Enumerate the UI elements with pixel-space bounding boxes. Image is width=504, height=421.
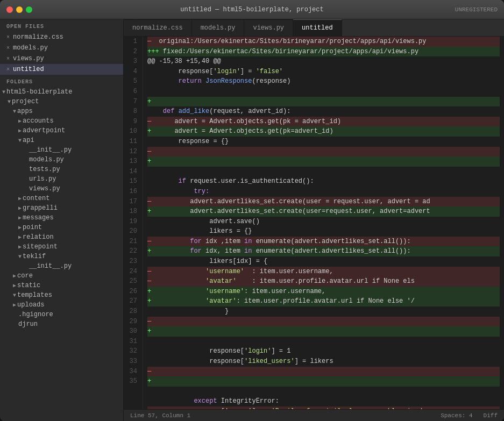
arrow-icon: ▶ — [18, 215, 22, 221]
arrow-icon: ▼ — [18, 254, 22, 260]
folder-name: accounts — [23, 117, 54, 125]
folder-name: grappelli — [23, 204, 58, 212]
statusbar: Line 57, Column 1 Spaces: 4 Diff — [124, 409, 504, 421]
tree-item-static[interactable]: ▶ static — [0, 281, 123, 290]
file-name: tests.py — [29, 166, 60, 173]
folder-name: project — [12, 98, 39, 105]
arrow-icon: ▶ — [18, 127, 22, 134]
close-icon[interactable]: × — [6, 45, 10, 51]
sidebar-file-untitled[interactable]: × untitled — [0, 64, 123, 75]
folder-name: relation — [23, 233, 54, 241]
editor-body: 12345 678910 1112131415 1617181920 21222… — [124, 37, 504, 409]
tree-item-templates[interactable]: ▼ templates — [0, 290, 123, 300]
tree-item-teklif[interactable]: ▼ teklif — [0, 252, 123, 261]
sidebar-file-models[interactable]: × models.py — [0, 42, 123, 53]
tree-item-content[interactable]: ▶ content — [0, 194, 123, 203]
spaces-indicator: Spaces: 4 — [441, 412, 472, 419]
cursor-position: Line 57, Column 1 — [130, 412, 190, 419]
tree-item-project[interactable]: ▼ project — [0, 97, 123, 106]
open-files-label: OPEN FILES — [0, 19, 123, 32]
line-numbers: 12345 678910 1112131415 1617181920 21222… — [124, 37, 143, 409]
arrow-icon: ▼ — [18, 138, 22, 144]
traffic-lights — [6, 6, 32, 13]
tab-untitled[interactable]: untitled — [293, 19, 342, 36]
arrow-icon: ▶ — [18, 224, 22, 231]
folder-name: html5-boilerplate — [6, 88, 72, 96]
file-name: models.py — [29, 156, 64, 163]
editor-container: 12345 678910 1112131415 1617181920 21222… — [124, 37, 504, 409]
close-icon[interactable]: × — [6, 56, 10, 62]
close-icon[interactable]: × — [6, 34, 10, 40]
arrow-icon: ▼ — [13, 292, 16, 298]
folder-name: uploads — [17, 301, 44, 309]
tabs-bar: normalize.css models.py views.py untitle… — [124, 19, 504, 37]
folder-name: advertpoint — [23, 127, 65, 134]
arrow-icon: ▶ — [18, 244, 22, 250]
arrow-icon: ▼ — [2, 89, 5, 95]
tree-item-init1[interactable]: __init__.py — [0, 145, 123, 155]
sidebar: OPEN FILES × normalize.css × models.py ×… — [0, 19, 124, 421]
window-title: untitled — html5-boilerplate, project — [180, 6, 323, 13]
tree-item-hgignore[interactable]: .hgignore — [0, 310, 123, 319]
tree-item-messages[interactable]: ▶ messages — [0, 213, 123, 223]
folder-name: sitepoint — [23, 243, 58, 251]
tree-item-advertpoint[interactable]: ▶ advertpoint — [0, 126, 123, 135]
tree-item-apps[interactable]: ▼ apps — [0, 106, 123, 116]
tree-item-core[interactable]: ▶ core — [0, 271, 123, 281]
file-label: models.py — [13, 44, 48, 52]
tree-item-tests-py[interactable]: tests.py — [0, 165, 123, 174]
arrow-icon: ▶ — [18, 205, 22, 211]
tree-item-views-py[interactable]: views.py — [0, 184, 123, 194]
right-content: normalize.css models.py views.py untitle… — [124, 19, 504, 421]
tree-item-grappelli[interactable]: ▶ grappelli — [0, 203, 123, 213]
tree-item-models-py[interactable]: models.py — [0, 155, 123, 165]
file-name: __init__.py — [29, 262, 72, 270]
folder-name: teklif — [23, 253, 46, 260]
arrow-icon: ▼ — [13, 109, 16, 115]
code-editor[interactable]: — original:/Users/ekinertac/Sites/birine… — [143, 37, 504, 409]
close-button[interactable] — [6, 6, 13, 13]
maximize-button[interactable] — [26, 6, 32, 13]
folder-name: content — [23, 195, 49, 202]
sidebar-file-normalize[interactable]: × normalize.css — [0, 32, 123, 42]
main-layout: OPEN FILES × normalize.css × models.py ×… — [0, 19, 504, 421]
file-label: views.py — [13, 55, 44, 62]
tree-item-html5boilerplate[interactable]: ▼ html5-boilerplate — [0, 87, 123, 97]
file-name: djrun — [18, 320, 38, 328]
tree-item-relation[interactable]: ▶ relation — [0, 232, 123, 242]
tree-item-api[interactable]: ▼ api — [0, 135, 123, 145]
arrow-icon: ▶ — [18, 118, 22, 124]
arrow-icon: ▶ — [13, 302, 16, 308]
close-icon[interactable]: × — [6, 67, 10, 73]
app-window: untitled — html5-boilerplate, project UN… — [0, 0, 504, 421]
registration-status: UNREGISTERED — [455, 6, 498, 13]
file-label: untitled — [13, 66, 44, 73]
tree-item-accounts[interactable]: ▶ accounts — [0, 116, 123, 126]
tab-models[interactable]: models.py — [192, 19, 245, 36]
folder-name: templates — [17, 291, 52, 299]
arrow-icon: ▶ — [18, 195, 22, 202]
file-label: normalize.css — [13, 33, 63, 41]
file-name: __init__.py — [29, 146, 72, 154]
tree-item-uploads[interactable]: ▶ uploads — [0, 300, 123, 310]
arrow-icon: ▼ — [8, 99, 11, 105]
sidebar-file-views[interactable]: × views.py — [0, 53, 123, 64]
minimize-button[interactable] — [16, 6, 23, 13]
arrow-icon: ▶ — [13, 273, 16, 279]
folders-label: FOLDERS — [0, 75, 123, 87]
tree-item-djrun[interactable]: djrun — [0, 319, 123, 329]
tree-item-point[interactable]: ▶ point — [0, 223, 123, 232]
tree-item-init2[interactable]: __init__.py — [0, 261, 123, 271]
arrow-icon: ▶ — [13, 282, 16, 289]
tab-views[interactable]: views.py — [244, 19, 293, 36]
tree-item-urls-py[interactable]: urls.py — [0, 174, 123, 184]
folder-name: messages — [23, 214, 54, 222]
tab-normalize[interactable]: normalize.css — [124, 19, 192, 36]
folder-name: static — [17, 282, 40, 289]
file-name: .hgignore — [18, 311, 53, 318]
tree-item-sitepoint[interactable]: ▶ sitepoint — [0, 242, 123, 252]
statusbar-right: Spaces: 4 Diff — [441, 412, 498, 419]
titlebar: untitled — html5-boilerplate, project UN… — [0, 0, 504, 19]
folder-name: point — [23, 224, 42, 231]
file-name: urls.py — [29, 175, 56, 183]
